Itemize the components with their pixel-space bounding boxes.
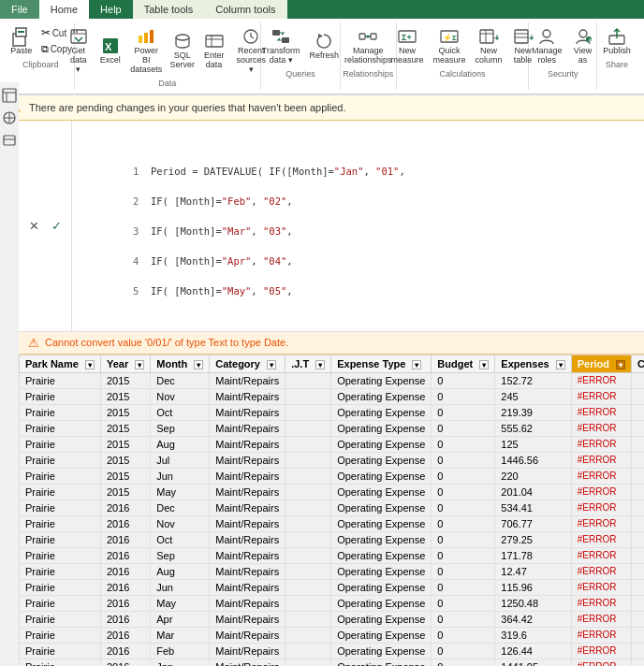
table-cell: Prairie [20,563,101,579]
col-jt[interactable]: .J.T ▾ [285,355,331,372]
filter-year[interactable]: ▾ [135,360,144,369]
calculations-group-label: Calculations [440,69,486,79]
relationships-icon [358,26,378,47]
table-cell: Operating Expense [331,372,432,388]
transform-button[interactable]: Transformdata ▾ [258,24,304,67]
table-cell: #ERROR [571,579,631,595]
table-cell: Aug [151,436,210,452]
table-cell: May [151,595,210,611]
data-buttons: Getdata ▾ X Excel [64,24,271,77]
paste-button[interactable]: Paste [7,24,37,58]
formula-cancel-button[interactable]: ✕ [24,216,43,235]
table-cell: Prairie [20,468,101,484]
col-period[interactable]: Period ▾ [571,355,631,372]
col-year[interactable]: Year ▾ [100,355,150,372]
table-cell: Maint/Repairs [210,659,285,666]
table-row: Prairie2015AugMaint/RepairsOperating Exp… [20,436,645,452]
clipboard-group-label: Clipboard [22,60,59,69]
enter-data-label: Enterdata [204,51,225,70]
new-column-button[interactable]: + Newcolumn [472,24,506,67]
table-cell: #ERROR [571,452,631,468]
paste-icon [11,26,32,47]
manage-roles-label: Manageroles [532,47,563,65]
table-cell: Prairie [20,420,101,436]
table-cell: Operating Expense [331,659,432,666]
get-data-button[interactable]: Getdata ▾ [64,24,94,77]
svg-point-5 [73,31,75,33]
publish-button[interactable]: Publish [599,24,635,58]
manage-roles-button[interactable]: Manageroles [528,24,566,67]
new-measure-button[interactable]: Σ+ Newmeasure [388,24,428,67]
data-group-label: Data [158,79,176,88]
filter-park-name[interactable]: ▾ [85,360,95,369]
filter-expense-type[interactable]: ▾ [412,360,421,369]
col-month[interactable]: Month ▾ [151,355,210,372]
table-cell: Maint/Repairs [210,484,285,500]
table-cell: 2015 [100,420,150,436]
table-cell [632,500,644,515]
col-expenses[interactable]: Expenses ▾ [495,355,571,372]
table-cell: #ERROR [571,659,631,666]
view-as-button[interactable]: 👁 Viewas [568,24,598,67]
ribbon-tabs: File Home Help Table tools Column tools [0,0,644,19]
table-cell [632,404,644,420]
table-cell: #ERROR [571,531,631,547]
table-cell: Operating Expense [331,420,432,436]
table-cell [632,547,644,563]
filter-budget[interactable]: ▾ [479,360,489,369]
table-cell: #ERROR [571,595,631,611]
notification-bar: ⚠ There are pending changes in your quer… [0,95,644,121]
formula-confirm-button[interactable]: ✓ [47,216,66,235]
tab-table-tools[interactable]: Table tools [133,0,205,19]
calculations-buttons: Σ+ Newmeasure ⚡Σ Quickmeasure [388,24,538,67]
security-group-label: Security [548,69,578,79]
svg-text:X: X [105,41,112,52]
table-cell: 219.39 [495,404,571,420]
table-cell: Oct [151,404,210,420]
col-park-name[interactable]: Park Name ▾ [20,355,101,372]
sql-button[interactable]: SQLServer [168,29,198,72]
filter-category[interactable]: ▾ [267,360,276,369]
col-expense-type[interactable]: Expense Type ▾ [331,355,432,372]
table-cell [632,579,644,595]
refresh-button[interactable]: Refresh [306,29,344,63]
table-row: Prairie2016SepMaint/RepairsOperating Exp… [20,547,645,563]
sidebar-icon-2[interactable] [2,110,17,125]
filter-jt[interactable]: ▾ [315,360,325,369]
table-cell: Operating Expense [331,468,432,484]
filter-period[interactable]: ▾ [616,360,625,369]
svg-rect-11 [150,30,154,43]
relationships-group-label: Relationships [343,69,393,79]
table-cell: 2016 [100,547,150,563]
formula-controls: ✕ ✓ [19,121,72,331]
sidebar-icon-1[interactable] [2,88,17,103]
tab-file[interactable]: File [0,0,39,19]
table-cell [285,611,331,627]
table-cell: Maint/Repairs [210,404,285,420]
table-cell: 2016 [100,643,150,659]
table-cell: #ERROR [571,547,631,563]
powerbi-button[interactable]: Power BIdatasets [127,24,166,77]
col-column8[interactable]: Column8 ▾ [632,355,644,372]
tab-column-tools[interactable]: Column tools [204,0,286,19]
table-cell: Dec [151,500,210,515]
quick-measure-button[interactable]: ⚡Σ Quickmeasure [430,24,470,67]
svg-rect-32 [515,30,528,43]
table-cell: Sep [151,547,210,563]
table-row: Prairie2015OctMaint/RepairsOperating Exp… [20,404,645,420]
filter-month[interactable]: ▾ [194,360,203,369]
table-cell: 2015 [100,452,150,468]
table-cell: Operating Expense [331,388,432,404]
col-category[interactable]: Category ▾ [210,355,285,372]
tab-home[interactable]: Home [39,0,89,19]
table-cell: Maint/Repairs [210,563,285,579]
col-budget[interactable]: Budget ▾ [432,355,495,372]
sidebar-icon-3[interactable] [2,133,17,148]
enter-data-button[interactable]: Enterdata [199,29,229,72]
excel-button[interactable]: X Excel [95,34,125,67]
tab-help[interactable]: Help [89,0,133,19]
table-cell: Maint/Repairs [210,436,285,452]
filter-expenses[interactable]: ▾ [556,360,565,369]
table-cell: Prairie [20,643,101,659]
data-table-container[interactable]: Park Name ▾ Year ▾ Month ▾ Category ▾ .J… [19,355,644,666]
